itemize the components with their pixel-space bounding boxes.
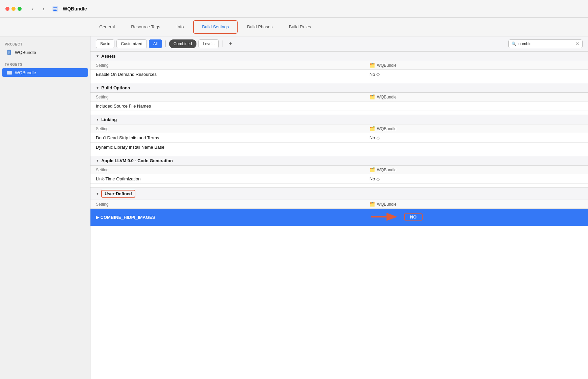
row-combine-hidpi[interactable]: ▶ COMBINE_HIDPI_IMAGES bbox=[90, 209, 588, 226]
user-defined-col-bundle: WQBundle bbox=[377, 202, 397, 207]
section-title-build-options: Build Options bbox=[101, 85, 130, 90]
filter-levels[interactable]: Levels bbox=[198, 39, 219, 48]
main-layout: PROJECT WQBundle TARGETS WQBundle bbox=[0, 36, 588, 379]
filter-add-button[interactable]: + bbox=[226, 39, 235, 48]
section-title-assets: Assets bbox=[101, 54, 116, 59]
section-triangle-assets: ▼ bbox=[96, 54, 99, 58]
tab-resource-tags[interactable]: Resource Tags bbox=[123, 18, 168, 36]
setting-name-dynamic-library: Dynamic Library Install Name Base bbox=[90, 143, 364, 152]
filter-all[interactable]: All bbox=[149, 39, 162, 48]
setting-name-dead-strip: Don't Dead-Strip Inits and Terms bbox=[90, 133, 364, 143]
content-area: Basic Customized All Combined Levels + 🔍… bbox=[90, 36, 588, 379]
spacer-2 bbox=[90, 111, 588, 115]
assets-col-header: Setting 🗂️ WQBundle bbox=[90, 61, 588, 70]
nav-buttons: ‹ › bbox=[28, 5, 48, 12]
linking-col-bundle: WQBundle bbox=[377, 126, 397, 131]
window-title: WQBundle bbox=[63, 6, 87, 11]
setting-value-dead-strip: No ◇ bbox=[364, 133, 588, 143]
assets-folder-icon: 🗂️ bbox=[370, 63, 375, 68]
project-item-label: WQBundle bbox=[15, 50, 36, 55]
filter-customized[interactable]: Customized bbox=[116, 39, 146, 48]
linking-setting-col: Setting bbox=[90, 124, 364, 133]
project-file-icon bbox=[7, 50, 12, 55]
user-defined-value-col: 🗂️ WQBundle bbox=[364, 200, 588, 209]
row-dead-strip[interactable]: Don't Dead-Strip Inits and Terms No ◇ bbox=[90, 133, 588, 143]
svg-rect-1 bbox=[53, 7, 57, 8]
combine-hidpi-value: NO bbox=[404, 213, 423, 221]
linking-col-header: Setting 🗂️ WQBundle bbox=[90, 124, 588, 133]
assets-col-bundle: WQBundle bbox=[377, 63, 397, 68]
section-triangle-build-options: ▼ bbox=[96, 86, 99, 90]
setting-value-link-time-opt: No ◇ bbox=[364, 174, 588, 184]
filter-basic[interactable]: Basic bbox=[96, 39, 114, 48]
setting-value-enable-on-demand: No ◇ bbox=[364, 70, 588, 79]
project-section-label: PROJECT bbox=[0, 40, 90, 48]
llvm-col-bundle: WQBundle bbox=[377, 168, 397, 172]
window-controls bbox=[5, 7, 22, 11]
section-triangle-llvm: ▼ bbox=[96, 159, 99, 163]
settings-table: ▼ Assets Setting 🗂️ WQBundle Enable On D… bbox=[90, 51, 588, 226]
filter-divider-2 bbox=[222, 40, 222, 47]
assets-value-col: 🗂️ WQBundle bbox=[364, 61, 588, 70]
tab-general[interactable]: General bbox=[91, 18, 123, 36]
back-button[interactable]: ‹ bbox=[28, 5, 37, 12]
titlebar: ‹ › WQBundle bbox=[0, 0, 588, 18]
tab-build-settings[interactable]: Build Settings bbox=[193, 20, 238, 34]
user-defined-setting-col: Setting bbox=[90, 200, 364, 209]
sidebar-item-project[interactable]: WQBundle bbox=[2, 48, 88, 57]
setting-value-included-source bbox=[364, 101, 588, 111]
linking-folder-icon: 🗂️ bbox=[370, 126, 375, 131]
tab-build-rules[interactable]: Build Rules bbox=[281, 18, 319, 36]
svg-rect-7 bbox=[8, 53, 9, 54]
sidebar: PROJECT WQBundle TARGETS WQBundle bbox=[0, 36, 90, 379]
row-included-source-file[interactable]: Included Source File Names bbox=[90, 101, 588, 111]
spacer-3 bbox=[90, 152, 588, 156]
llvm-value-col: 🗂️ WQBundle bbox=[364, 166, 588, 174]
section-title-llvm: Apple LLVM 9.0 - Code Generation bbox=[101, 158, 173, 163]
tabbar: General Resource Tags Info Build Setting… bbox=[0, 18, 588, 36]
svg-rect-3 bbox=[53, 10, 57, 11]
search-clear-button[interactable]: ✕ bbox=[576, 41, 580, 47]
spacer-4 bbox=[90, 184, 588, 188]
project-icon bbox=[52, 5, 59, 12]
build-options-value-col: 🗂️ WQBundle bbox=[364, 93, 588, 101]
filter-combined[interactable]: Combined bbox=[169, 39, 196, 48]
user-defined-folder-icon: 🗂️ bbox=[370, 202, 375, 207]
setting-name-combine-hidpi: ▶ COMBINE_HIDPI_IMAGES bbox=[90, 209, 364, 226]
tab-build-phases[interactable]: Build Phases bbox=[239, 18, 281, 36]
svg-rect-5 bbox=[8, 51, 10, 52]
row-enable-on-demand[interactable]: Enable On Demand Resources No ◇ bbox=[90, 70, 588, 79]
build-options-folder-icon: 🗂️ bbox=[370, 94, 375, 99]
search-input[interactable] bbox=[518, 41, 573, 46]
setting-name-enable-on-demand: Enable On Demand Resources bbox=[90, 70, 364, 79]
svg-rect-2 bbox=[53, 9, 56, 9]
build-options-setting-col: Setting bbox=[90, 93, 364, 101]
setting-value-combine-hidpi: NO bbox=[364, 209, 588, 226]
sidebar-item-target[interactable]: WQBundle bbox=[2, 68, 88, 77]
row-dynamic-library[interactable]: Dynamic Library Install Name Base bbox=[90, 143, 588, 152]
section-title-linking: Linking bbox=[101, 117, 117, 122]
filterbar: Basic Customized All Combined Levels + 🔍… bbox=[90, 36, 588, 51]
target-folder-icon bbox=[7, 70, 12, 75]
search-icon: 🔍 bbox=[511, 41, 516, 46]
row-link-time-opt[interactable]: Link-Time Optimization No ◇ bbox=[90, 174, 588, 184]
targets-section-label: TARGETS bbox=[0, 61, 90, 68]
forward-button[interactable]: › bbox=[39, 5, 48, 12]
svg-rect-6 bbox=[8, 52, 10, 53]
linking-value-col: 🗂️ WQBundle bbox=[364, 124, 588, 133]
build-options-col-header: Setting 🗂️ WQBundle bbox=[90, 93, 588, 101]
setting-name-link-time-opt: Link-Time Optimization bbox=[90, 174, 364, 184]
setting-value-dynamic-library bbox=[364, 143, 588, 152]
assets-setting-col: Setting bbox=[90, 61, 364, 70]
filter-divider bbox=[165, 40, 166, 47]
section-title-user-defined: User-Defined bbox=[101, 190, 135, 198]
search-box: 🔍 ✕ bbox=[508, 39, 583, 48]
section-triangle-user-defined: ▼ bbox=[96, 192, 99, 196]
setting-name-included-source: Included Source File Names bbox=[90, 101, 364, 111]
section-linking: ▼ Linking bbox=[90, 115, 588, 124]
tab-info[interactable]: Info bbox=[168, 18, 192, 36]
target-item-label: WQBundle bbox=[15, 70, 36, 75]
red-arrow-annotation bbox=[370, 211, 400, 223]
section-build-options: ▼ Build Options bbox=[90, 83, 588, 93]
user-defined-col-header: Setting 🗂️ WQBundle bbox=[90, 200, 588, 209]
